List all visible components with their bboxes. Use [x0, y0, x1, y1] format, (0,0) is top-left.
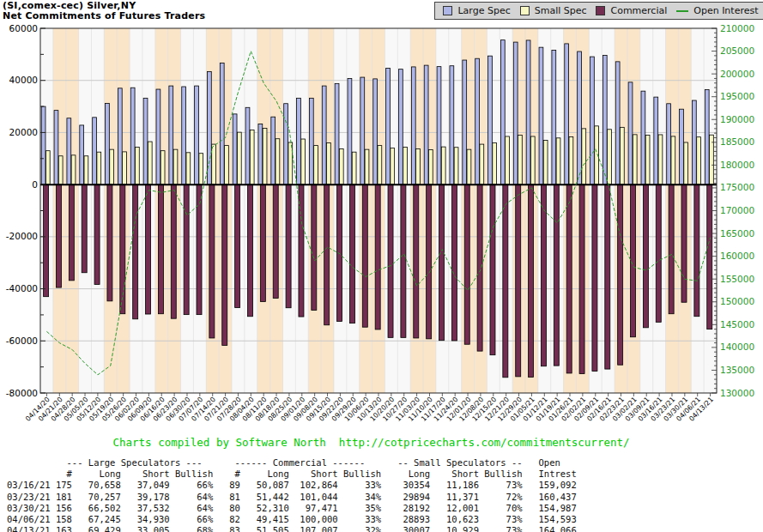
legend-label: Large Spec	[457, 5, 510, 16]
chart-legend: Large Spec Small Spec Commercial Open In…	[434, 2, 763, 20]
svg-text:-40000: -40000	[6, 283, 38, 293]
svg-text:140000: 140000	[720, 342, 754, 352]
small-spec-swatch-icon	[520, 6, 530, 15]
svg-text:40000: 40000	[9, 75, 38, 85]
svg-text:200000: 200000	[720, 69, 754, 79]
svg-text:130000: 130000	[720, 388, 754, 398]
legend-item-open-interest: Open Interest	[676, 5, 758, 16]
large-spec-swatch-icon	[443, 6, 452, 15]
svg-text:170000: 170000	[720, 205, 754, 215]
cot-page: (SI,comex-cec) Silver,NY Net Commitments…	[0, 0, 763, 532]
chart-subtitle: Net Commitments of Futures Traders	[3, 11, 205, 21]
svg-text:-60000: -60000	[6, 336, 38, 346]
legend-item-small-spec: Small Spec	[520, 5, 587, 16]
legend-item-commercial: Commercial	[596, 5, 667, 16]
svg-text:195000: 195000	[720, 91, 754, 101]
open-interest-line-icon	[676, 10, 688, 12]
svg-text:-20000: -20000	[6, 231, 38, 241]
svg-text:60000: 60000	[9, 23, 38, 33]
left-axis: -80000-60000-40000-200000200004000060000	[6, 23, 45, 398]
svg-text:165000: 165000	[720, 228, 754, 239]
svg-text:20000: 20000	[9, 127, 38, 137]
x-axis-labels: 04/14/2004/21/2004/28/2005/05/2005/12/20…	[24, 393, 715, 423]
svg-text:150000: 150000	[720, 296, 754, 306]
svg-text:185000: 185000	[720, 136, 754, 147]
svg-text:175000: 175000	[720, 182, 754, 192]
svg-text:160000: 160000	[720, 251, 754, 261]
svg-text:180000: 180000	[720, 160, 754, 170]
svg-text:205000: 205000	[720, 45, 754, 56]
svg-text:190000: 190000	[720, 114, 754, 124]
legend-item-large-spec: Large Spec	[443, 5, 510, 16]
svg-text:155000: 155000	[720, 274, 754, 284]
cot-data-table: --- Large Speculators --- ------ Commerc…	[7, 457, 577, 532]
chart-area: -80000-60000-40000-200000200004000060000…	[0, 21, 763, 439]
footer-credit: Charts compiled by Software North http:/…	[0, 436, 742, 449]
chart-title-block: (SI,comex-cec) Silver,NY Net Commitments…	[3, 1, 205, 21]
svg-text:145000: 145000	[720, 319, 754, 329]
svg-text:-80000: -80000	[6, 388, 38, 398]
svg-text:135000: 135000	[720, 365, 754, 375]
legend-label: Commercial	[610, 5, 667, 16]
svg-text:0: 0	[32, 179, 38, 190]
commercial-swatch-icon	[596, 6, 605, 15]
legend-label: Open Interest	[693, 5, 758, 16]
legend-label: Small Spec	[535, 5, 587, 16]
svg-text:210000: 210000	[720, 23, 754, 33]
right-axis: 1300001350001400001450001500001550001600…	[712, 23, 754, 398]
cot-chart: -80000-60000-40000-200000200004000060000…	[0, 21, 763, 436]
